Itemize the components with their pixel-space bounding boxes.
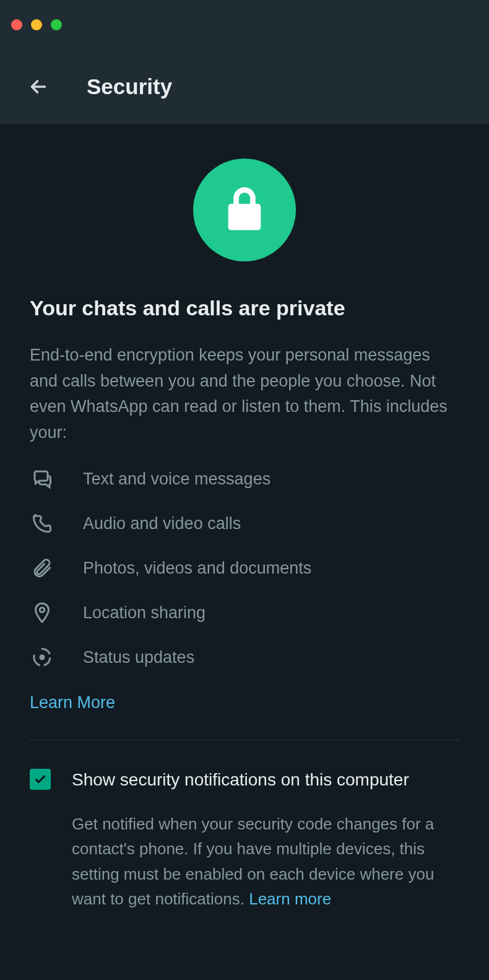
learn-more-link-inline[interactable]: Learn more	[249, 890, 331, 908]
feature-label: Photos, videos and documents	[83, 559, 311, 578]
attachment-icon	[30, 556, 54, 580]
chat-icon	[30, 466, 54, 491]
page-header: Security	[0, 50, 489, 124]
list-item: Audio and video calls	[30, 511, 459, 536]
setting-description: Get notified when your security code cha…	[72, 812, 459, 911]
learn-more-link[interactable]: Learn More	[30, 693, 115, 712]
checkmark-icon	[33, 772, 47, 786]
feature-label: Location sharing	[83, 603, 206, 623]
svg-point-0	[40, 608, 45, 613]
window-maximize-button[interactable]	[51, 19, 62, 30]
list-item: Text and voice messages	[30, 466, 459, 491]
hero-heading: Your chats and calls are private	[30, 296, 459, 320]
svg-point-1	[40, 655, 45, 660]
page-title: Security	[87, 74, 172, 99]
location-icon	[30, 600, 54, 625]
feature-label: Text and voice messages	[83, 470, 270, 489]
back-button[interactable]	[26, 74, 51, 99]
hero-icon-wrap	[30, 159, 459, 261]
lock-icon	[223, 185, 266, 235]
list-item: Location sharing	[30, 600, 459, 625]
setting-title: Show security notifications on this comp…	[72, 768, 459, 793]
security-notifications-checkbox[interactable]	[30, 769, 51, 790]
feature-list: Text and voice messages Audio and video …	[30, 466, 459, 670]
window-close-button[interactable]	[11, 19, 22, 30]
list-item: Photos, videos and documents	[30, 556, 459, 580]
phone-icon	[30, 511, 54, 536]
security-notifications-setting: Show security notifications on this comp…	[30, 768, 459, 911]
hero-description: End-to-end encryption keeps your persona…	[30, 343, 459, 445]
arrow-left-icon	[27, 76, 50, 98]
divider	[30, 740, 459, 740]
list-item: Status updates	[30, 645, 459, 670]
window-minimize-button[interactable]	[31, 19, 42, 30]
lock-circle	[193, 159, 296, 261]
window-titlebar	[0, 0, 489, 50]
status-icon	[30, 645, 54, 670]
feature-label: Status updates	[83, 648, 194, 667]
feature-label: Audio and video calls	[83, 514, 241, 533]
content-area: Your chats and calls are private End-to-…	[0, 124, 489, 911]
